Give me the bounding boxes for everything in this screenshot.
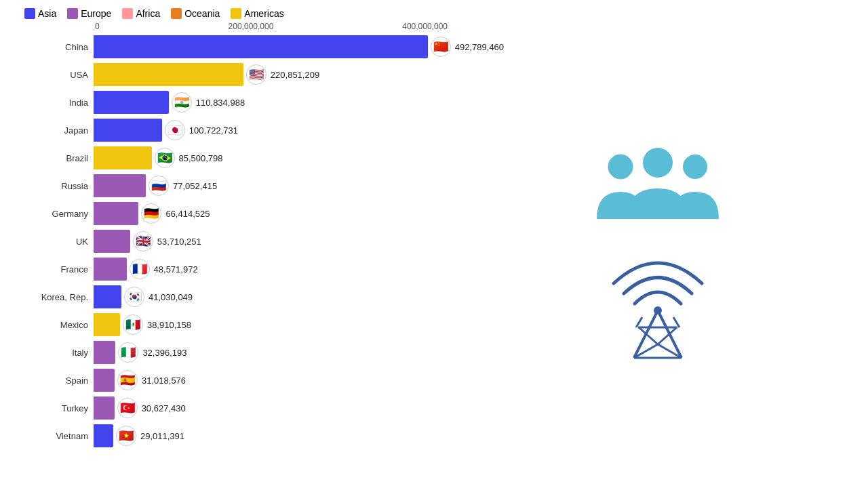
flag-icon: 🇬🇧 bbox=[133, 231, 153, 251]
country-label: France bbox=[14, 264, 94, 274]
flag-icon: 🇻🇳 bbox=[116, 426, 136, 446]
bar-value: 30,627,430 bbox=[142, 403, 186, 413]
country-label: India bbox=[14, 98, 94, 108]
country-label: Turkey bbox=[14, 403, 94, 413]
flag-icon: 🇷🇺 bbox=[149, 176, 169, 196]
legend-item-americas: Americas bbox=[231, 8, 283, 19]
bar-value: 110,834,988 bbox=[196, 98, 245, 108]
bar-value: 29,011,391 bbox=[140, 431, 184, 441]
bar-value: 66,414,525 bbox=[165, 209, 210, 219]
axis-tick-200m: 200,000,000 bbox=[229, 22, 274, 31]
table-row: UK 🇬🇧 53,710,251 bbox=[14, 228, 854, 254]
country-label: Russia bbox=[14, 181, 94, 191]
legend: AsiaEuropeAfricaOceaniaAmericas bbox=[0, 0, 868, 22]
table-row: China 🇨🇳 492,789,460 bbox=[14, 34, 854, 60]
bar-value: 492,789,460 bbox=[455, 42, 504, 52]
bar-wrapper: 🇧🇷 85,500,798 bbox=[94, 146, 223, 169]
chart-container: 0 200,000,000 400,000,000 China 🇨🇳 492,7… bbox=[0, 22, 868, 449]
bar-wrapper: 🇩🇪 66,414,525 bbox=[94, 202, 210, 225]
bar bbox=[94, 369, 115, 392]
bar-wrapper: 🇷🇺 77,052,415 bbox=[94, 174, 217, 197]
bar-wrapper: 🇮🇳 110,834,988 bbox=[94, 91, 245, 114]
flag-icon: 🇮🇹 bbox=[118, 342, 138, 363]
axis-tick-0: 0 bbox=[95, 22, 100, 31]
flag-icon: 🇮🇳 bbox=[172, 92, 192, 113]
bar-value: 100,722,731 bbox=[189, 125, 238, 136]
bar-wrapper: 🇺🇸 220,851,209 bbox=[94, 63, 319, 86]
bar-value: 48,571,972 bbox=[154, 264, 198, 274]
flag-icon: 🇹🇷 bbox=[117, 398, 138, 418]
bar bbox=[94, 146, 152, 169]
country-label: Mexico bbox=[14, 320, 94, 330]
country-label: USA bbox=[14, 70, 94, 80]
bar bbox=[94, 341, 115, 364]
bar bbox=[94, 313, 120, 336]
bar-wrapper: 🇯🇵 100,722,731 bbox=[94, 119, 238, 142]
bar bbox=[94, 258, 127, 281]
country-label: Italy bbox=[14, 348, 94, 358]
legend-item-label: Americas bbox=[244, 8, 283, 19]
country-label: UK bbox=[14, 237, 94, 247]
bar-wrapper: 🇻🇳 29,011,391 bbox=[94, 424, 184, 447]
axis-row: 0 200,000,000 400,000,000 bbox=[14, 22, 854, 31]
flag-icon: 🇨🇳 bbox=[431, 37, 451, 57]
table-row: Korea, Rep. 🇰🇷 41,030,049 bbox=[14, 284, 854, 310]
table-row: Germany 🇩🇪 66,414,525 bbox=[14, 201, 854, 226]
bar-wrapper: 🇫🇷 48,571,972 bbox=[94, 258, 198, 281]
bar bbox=[94, 230, 130, 253]
country-label: Germany bbox=[14, 209, 94, 219]
legend-color bbox=[231, 8, 241, 19]
country-label: Spain bbox=[14, 375, 94, 386]
table-row: India 🇮🇳 110,834,988 bbox=[14, 89, 854, 115]
legend-item-africa: Africa bbox=[122, 8, 160, 19]
flag-icon: 🇪🇸 bbox=[117, 370, 138, 390]
bar-value: 38,910,158 bbox=[147, 320, 191, 330]
bar bbox=[94, 285, 121, 308]
bar bbox=[94, 63, 243, 86]
table-row: USA 🇺🇸 220,851,209 bbox=[14, 62, 854, 87]
bar bbox=[94, 174, 146, 197]
country-label: Brazil bbox=[14, 153, 94, 163]
country-label: Japan bbox=[14, 125, 94, 136]
bar bbox=[94, 202, 138, 225]
bar-wrapper: 🇹🇷 30,627,430 bbox=[94, 396, 186, 420]
bar-wrapper: 🇮🇹 32,396,193 bbox=[94, 341, 186, 364]
bar-value: 85,500,798 bbox=[179, 153, 223, 163]
bar-wrapper: 🇨🇳 492,789,460 bbox=[94, 35, 504, 58]
axis-tick-400m: 400,000,000 bbox=[402, 22, 448, 31]
table-row: Russia 🇷🇺 77,052,415 bbox=[14, 173, 854, 199]
legend-color bbox=[67, 8, 78, 19]
bars-area: China 🇨🇳 492,789,460 USA 🇺🇸 220,851,209 … bbox=[14, 34, 854, 449]
bar-value: 41,030,049 bbox=[149, 292, 193, 302]
table-row: Vietnam 🇻🇳 29,011,391 bbox=[14, 423, 854, 449]
legend-item-label: Oceania bbox=[184, 8, 220, 19]
bar-wrapper: 🇪🇸 31,018,576 bbox=[94, 369, 186, 392]
table-row: Brazil 🇧🇷 85,500,798 bbox=[14, 145, 854, 171]
bar-value: 31,018,576 bbox=[142, 375, 186, 386]
table-row: Mexico 🇲🇽 38,910,158 bbox=[14, 312, 854, 338]
legend-item-europe: Europe bbox=[67, 8, 111, 19]
legend-color bbox=[122, 8, 133, 19]
bar bbox=[94, 424, 113, 447]
flag-icon: 🇲🇽 bbox=[123, 314, 143, 335]
flag-icon: 🇫🇷 bbox=[130, 259, 150, 279]
table-row: Japan 🇯🇵 100,722,731 bbox=[14, 117, 854, 143]
flag-icon: 🇰🇷 bbox=[124, 287, 144, 307]
flag-icon: 🇯🇵 bbox=[165, 120, 185, 140]
bar-wrapper: 🇰🇷 41,030,049 bbox=[94, 285, 193, 308]
bar-value: 77,052,415 bbox=[173, 181, 217, 191]
bar bbox=[94, 396, 115, 420]
flag-icon: 🇩🇪 bbox=[141, 203, 161, 224]
table-row: Italy 🇮🇹 32,396,193 bbox=[14, 340, 854, 365]
table-row: Spain 🇪🇸 31,018,576 bbox=[14, 367, 854, 393]
bar bbox=[94, 91, 169, 114]
bar-value: 32,396,193 bbox=[142, 348, 186, 358]
table-row: France 🇫🇷 48,571,972 bbox=[14, 256, 854, 282]
legend-color bbox=[171, 8, 182, 19]
country-label: China bbox=[14, 42, 94, 52]
legend-item-label: Europe bbox=[81, 8, 111, 19]
flag-icon: 🇺🇸 bbox=[246, 64, 267, 85]
legend-item-asia: Asia bbox=[24, 8, 56, 19]
bar-wrapper: 🇲🇽 38,910,158 bbox=[94, 313, 191, 336]
legend-item-label: Africa bbox=[136, 8, 160, 19]
